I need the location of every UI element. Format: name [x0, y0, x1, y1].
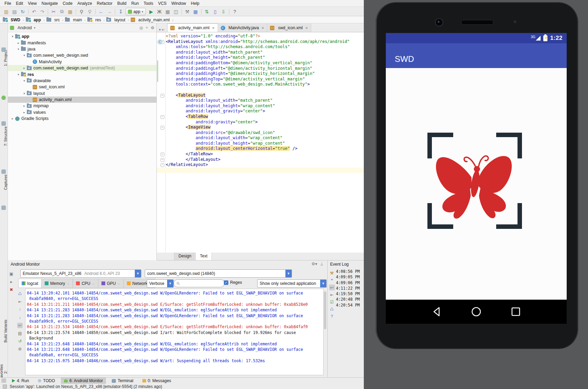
toolwindow-switcher-icon[interactable] — [1, 378, 6, 383]
locate-icon[interactable]: ◎ — [139, 25, 143, 30]
collapse-all-icon[interactable]: ÷ — [146, 25, 148, 30]
cut-icon[interactable]: ✂ — [50, 8, 57, 15]
chevron-collapsed-icon[interactable]: ▸ — [22, 111, 26, 114]
tool-window-button-structure[interactable]: 7: Structure — [0, 126, 8, 146]
menu-tools[interactable]: Tools — [141, 0, 156, 7]
tree-item-manifests[interactable]: ▸manifests — [8, 40, 156, 46]
menu-code[interactable]: Code — [60, 0, 75, 7]
chevron-expanded-icon[interactable]: ▾ — [22, 54, 26, 57]
chevron-expanded-icon[interactable]: ▾ — [22, 79, 26, 82]
tree-item-res[interactable]: ▾res — [8, 71, 156, 77]
event-export-icon[interactable]: ⇤ — [329, 292, 335, 298]
chevron-expanded-icon[interactable]: ▾ — [22, 92, 26, 95]
structure-icon[interactable] — [1, 121, 6, 126]
captures-icon[interactable] — [1, 169, 6, 174]
restart-icon[interactable]: ↺ — [17, 338, 23, 344]
monitor-tab-memory[interactable]: Memory→ — [42, 279, 73, 288]
monitor-tab-gpu[interactable]: GPU→ — [98, 279, 124, 288]
debug-icon[interactable]: Ж — [156, 8, 163, 15]
breadcrumb-item[interactable]: SWD — [3, 18, 20, 22]
tree-item-app[interactable]: ▾app — [8, 33, 156, 40]
tree-item-gradle-scripts[interactable]: ▸Gradle Scripts — [8, 115, 156, 122]
device-dropdown[interactable]: Emulator Nexus_5_API_23_x86 Android 6.0,… — [20, 269, 141, 278]
mark-all-read-icon[interactable]: ☑ — [329, 299, 335, 305]
breadcrumb-item[interactable]: main — [65, 18, 82, 22]
fold-marker-icon[interactable]: − — [161, 115, 164, 119]
tree-item-drawable[interactable]: ▾drawable — [8, 78, 156, 84]
tree-item-mainactivity[interactable]: MainActivity — [8, 59, 156, 65]
chevron-collapsed-icon[interactable]: ▸ — [17, 41, 20, 45]
menu-help[interactable]: Help — [188, 0, 202, 7]
sync-gradle-icon[interactable]: ⇅ — [204, 8, 210, 15]
tool-window-button-terminal[interactable]: Terminal — [109, 378, 136, 384]
menu-edit[interactable]: Edit — [13, 0, 25, 7]
gear-icon[interactable]: ⚙ — [151, 25, 154, 30]
tool-window-button-0--messages[interactable]: 0: Messages — [139, 378, 174, 384]
redo-icon[interactable]: ↷ — [39, 8, 46, 15]
log-filter-dropdown[interactable]: Show only selected application ▼ — [257, 279, 327, 288]
project-structure-icon[interactable]: ▦ — [192, 8, 199, 15]
menu-vcs[interactable]: VCS — [156, 0, 169, 7]
open-icon[interactable]: ▥ — [3, 8, 10, 15]
process-dropdown[interactable]: com.sweet_web_design.swd (14840) ▼ — [145, 269, 292, 278]
settings-icon[interactable]: ⚒ — [184, 8, 191, 15]
event-soft-wrap-icon[interactable]: ↩ — [329, 285, 335, 290]
tool-window-button-project[interactable]: 1: Project — [0, 50, 8, 66]
preview-icon[interactable] — [1, 96, 6, 100]
breadcrumb-item[interactable]: app — [26, 18, 41, 22]
menu-analyze[interactable]: Analyze — [75, 0, 95, 7]
monitor-tab-logcat[interactable]: logcat — [18, 279, 42, 288]
logcat-scrollbar[interactable] — [324, 291, 326, 329]
menu-window[interactable]: Window — [169, 0, 188, 7]
fold-marker-icon[interactable]: − — [161, 158, 164, 162]
screenshot-camera-icon[interactable]: ▣ — [9, 271, 14, 277]
monitor-tab-cpu[interactable]: CPU→ — [73, 279, 98, 288]
soft-wrap-icon[interactable]: ↩ — [17, 323, 23, 328]
print-icon[interactable]: ▤ — [17, 331, 23, 336]
menu-view[interactable]: View — [25, 0, 39, 7]
replace-icon[interactable]: ⚲ — [86, 8, 93, 15]
logcat-search-input[interactable]: ⚲ — [174, 279, 225, 287]
event-help-icon[interactable]: ? — [329, 313, 335, 319]
copy-icon[interactable]: ⧉ — [58, 8, 65, 15]
tree-item-activity-main-xml[interactable]: activity_main.xml — [8, 97, 156, 103]
logcat-output[interactable]: 04-14 13:20:42.101 14840-14854/com.sweet… — [25, 289, 324, 375]
chevron-collapsed-icon[interactable]: ▸ — [22, 104, 26, 108]
breadcrumb-item[interactable]: res — [87, 18, 101, 22]
tool-window-button-buildvariants[interactable]: Build Variants — [0, 320, 8, 343]
close-icon[interactable]: ✕ — [261, 26, 264, 30]
chevron-collapsed-icon[interactable]: ▸ — [22, 66, 26, 70]
project-view-selector[interactable]: Android ▾ — [15, 25, 35, 30]
menu-run[interactable]: Run — [129, 0, 141, 7]
editor-tab-mainactivity-java[interactable]: MainActivity.java✕ — [218, 24, 268, 32]
tree-item-swd-icon-xml[interactable]: swd_icon.xml — [8, 84, 156, 90]
close-icon[interactable]: ✕ — [305, 26, 308, 30]
save-icon[interactable]: ▤ — [11, 8, 18, 15]
run-config-dropdown[interactable]: app▾ — [126, 8, 146, 15]
menu-refactor[interactable]: Refactor — [95, 0, 115, 7]
paste-icon[interactable]: ▦ — [67, 8, 74, 15]
tree-item-com-sweet-web-design-swd[interactable]: ▾com.sweet_web_design.swd — [8, 52, 156, 58]
tree-item-values[interactable]: ▸values — [8, 109, 156, 115]
home-icon[interactable] — [470, 306, 482, 318]
run-icon[interactable]: ▶ — [148, 8, 155, 15]
fold-marker-icon[interactable]: − — [161, 153, 164, 156]
clear-all-icon[interactable]: ♺ — [329, 306, 335, 312]
sdk-manager-icon[interactable]: ⇩ — [220, 8, 227, 15]
chevron-expanded-icon[interactable]: ▾ — [11, 35, 14, 38]
regex-checkbox[interactable]: ✓ Regex — [224, 280, 242, 285]
menu-file[interactable]: File — [2, 0, 13, 7]
export-log-icon[interactable]: ⇤ — [17, 299, 23, 304]
editor-mode-tab-design[interactable]: Design — [174, 253, 196, 260]
scroll-down-icon[interactable]: ↓ — [17, 315, 23, 320]
tree-item-layout[interactable]: ▾layout — [8, 90, 156, 97]
editor-mode-tab-text[interactable]: Text — [196, 253, 212, 260]
back-icon[interactable] — [431, 306, 443, 318]
goto-line-icon[interactable]: ↧ — [117, 8, 124, 15]
chevron-collapsed-icon[interactable]: ▸ — [11, 117, 14, 120]
device-monitor-icon[interactable]: ▯ — [212, 8, 219, 15]
balloon-notifications-icon[interactable]: ❝ — [329, 277, 335, 283]
monitor-hide-icon[interactable]: ⊥ — [320, 262, 324, 266]
fold-marker-icon[interactable]: − — [161, 126, 164, 130]
tree-item-mipmap[interactable]: ▸mipmap — [8, 103, 156, 109]
